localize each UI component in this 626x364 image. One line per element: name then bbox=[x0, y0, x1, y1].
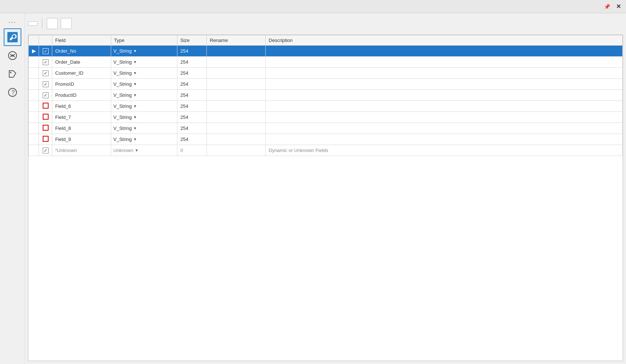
table-row[interactable]: PromoIDV_String▼254 bbox=[29, 79, 623, 90]
row-indicator-cell bbox=[29, 57, 39, 68]
sidebar-item-help[interactable]: ? bbox=[4, 84, 21, 101]
type-dropdown-arrow[interactable]: ▼ bbox=[135, 148, 138, 152]
field-description-cell[interactable] bbox=[266, 57, 623, 68]
sidebar-item-annotation[interactable] bbox=[4, 65, 21, 83]
row-checkbox-cell[interactable] bbox=[39, 101, 52, 112]
tag-icon bbox=[7, 69, 18, 79]
sidebar-item-configuration[interactable] bbox=[4, 28, 21, 46]
field-type-cell[interactable]: V_String▼ bbox=[111, 134, 177, 145]
table-row[interactable]: *UnknownUnknown▼0Dynamic or Unknown Fiel… bbox=[29, 145, 623, 156]
move-down-button[interactable] bbox=[61, 18, 72, 29]
close-button[interactable]: ✕ bbox=[615, 2, 622, 11]
field-checkbox[interactable] bbox=[43, 136, 49, 142]
field-type-cell[interactable]: V_String▼ bbox=[111, 79, 177, 90]
field-rename-cell[interactable] bbox=[207, 101, 266, 112]
row-checkbox-cell[interactable] bbox=[39, 68, 52, 79]
row-checkbox-cell[interactable] bbox=[39, 90, 52, 101]
type-dropdown-arrow[interactable]: ▼ bbox=[133, 71, 137, 75]
field-rename-cell[interactable] bbox=[207, 57, 266, 68]
table-row[interactable]: Field_8V_String▼254 bbox=[29, 123, 623, 134]
field-description-cell[interactable] bbox=[266, 101, 623, 112]
field-checkbox[interactable] bbox=[43, 125, 49, 131]
field-checkbox[interactable] bbox=[43, 59, 49, 65]
field-type-cell[interactable]: V_String▼ bbox=[111, 46, 177, 57]
field-rename-cell[interactable] bbox=[207, 134, 266, 145]
row-checkbox-cell[interactable] bbox=[39, 123, 52, 134]
field-rename-cell[interactable] bbox=[207, 145, 266, 156]
field-type-value: V_String bbox=[113, 48, 132, 54]
wrench-icon bbox=[7, 32, 18, 42]
field-type-cell[interactable]: V_String▼ bbox=[111, 112, 177, 123]
field-rename-cell[interactable] bbox=[207, 90, 266, 101]
table-row[interactable]: Field_6V_String▼254 bbox=[29, 101, 623, 112]
field-checkbox[interactable] bbox=[43, 81, 49, 87]
table-row[interactable]: Customer_IDV_String▼254 bbox=[29, 68, 623, 79]
field-description-cell[interactable] bbox=[266, 79, 623, 90]
field-checkbox[interactable] bbox=[43, 70, 49, 76]
field-type-cell[interactable]: V_String▼ bbox=[111, 123, 177, 134]
field-description-cell[interactable] bbox=[266, 46, 623, 57]
field-checkbox[interactable] bbox=[43, 92, 49, 98]
field-grid: Field Type Size Rename Description ▶Orde… bbox=[28, 35, 623, 361]
col-header-type: Type bbox=[111, 35, 177, 46]
table-row[interactable]: Order_DateV_String▼254 bbox=[29, 57, 623, 68]
table-row[interactable]: ▶Order_NoV_String▼254 bbox=[29, 46, 623, 57]
field-rename-cell[interactable] bbox=[207, 123, 266, 134]
row-checkbox-cell[interactable] bbox=[39, 112, 52, 123]
svg-point-3 bbox=[10, 72, 11, 73]
dropdown-button[interactable] bbox=[597, 6, 600, 7]
move-up-button[interactable] bbox=[47, 18, 58, 29]
field-type-cell[interactable]: V_String▼ bbox=[111, 101, 177, 112]
row-checkbox-cell[interactable] bbox=[39, 145, 52, 156]
field-size-cell: 254 bbox=[177, 112, 207, 123]
table-row[interactable]: Field_9V_String▼254 bbox=[29, 134, 623, 145]
field-type-value: Unknown bbox=[113, 148, 133, 153]
type-dropdown-arrow[interactable]: ▼ bbox=[133, 93, 137, 97]
field-rename-cell[interactable] bbox=[207, 112, 266, 123]
options-button[interactable] bbox=[28, 21, 38, 26]
transform-icon bbox=[7, 50, 18, 61]
field-type-cell[interactable]: Unknown▼ bbox=[111, 145, 177, 156]
row-checkbox-cell[interactable] bbox=[39, 79, 52, 90]
row-checkbox-cell[interactable] bbox=[39, 46, 52, 57]
row-checkbox-cell[interactable] bbox=[39, 57, 52, 68]
field-checkbox[interactable] bbox=[43, 114, 49, 120]
svg-text:?: ? bbox=[11, 89, 15, 96]
field-type-cell[interactable]: V_String▼ bbox=[111, 90, 177, 101]
row-indicator-cell bbox=[29, 90, 39, 101]
field-type-cell[interactable]: V_String▼ bbox=[111, 68, 177, 79]
row-checkbox-cell[interactable] bbox=[39, 134, 52, 145]
main-panel: Field Type Size Rename Description ▶Orde… bbox=[25, 13, 626, 364]
main-window: 📌 ✕ ··· bbox=[0, 0, 626, 364]
field-description-cell[interactable] bbox=[266, 68, 623, 79]
field-description-cell[interactable] bbox=[266, 90, 623, 101]
field-checkbox[interactable] bbox=[43, 103, 49, 109]
field-description-cell[interactable]: Dynamic or Unknown Fields bbox=[266, 145, 623, 156]
type-dropdown-arrow[interactable]: ▼ bbox=[133, 115, 137, 119]
field-description-cell[interactable] bbox=[266, 123, 623, 134]
type-dropdown-arrow[interactable]: ▼ bbox=[133, 82, 137, 86]
field-type-cell[interactable]: V_String▼ bbox=[111, 57, 177, 68]
field-type-value: V_String bbox=[113, 59, 132, 65]
type-dropdown-arrow[interactable]: ▼ bbox=[133, 104, 137, 108]
field-description-cell[interactable] bbox=[266, 112, 623, 123]
field-rename-cell[interactable] bbox=[207, 79, 266, 90]
field-type-value: V_String bbox=[113, 103, 132, 109]
field-description-cell[interactable] bbox=[266, 134, 623, 145]
table-row[interactable]: Field_7V_String▼254 bbox=[29, 112, 623, 123]
type-dropdown-arrow[interactable]: ▼ bbox=[133, 49, 137, 53]
sidebar-item-transform[interactable] bbox=[4, 47, 21, 64]
field-size-cell: 254 bbox=[177, 68, 207, 79]
table-row[interactable]: ProductIDV_String▼254 bbox=[29, 90, 623, 101]
field-size-cell: 0 bbox=[177, 145, 207, 156]
pin-button[interactable]: 📌 bbox=[602, 3, 612, 10]
sidebar-menu-dots[interactable]: ··· bbox=[8, 18, 16, 26]
type-dropdown-arrow[interactable]: ▼ bbox=[133, 126, 137, 130]
type-dropdown-arrow[interactable]: ▼ bbox=[133, 60, 137, 64]
field-rename-cell[interactable] bbox=[207, 68, 266, 79]
field-checkbox[interactable] bbox=[43, 48, 49, 54]
type-dropdown-arrow[interactable]: ▼ bbox=[133, 137, 137, 141]
field-type-value: V_String bbox=[113, 92, 132, 98]
field-rename-cell[interactable] bbox=[207, 46, 266, 57]
field-checkbox[interactable] bbox=[43, 148, 49, 153]
